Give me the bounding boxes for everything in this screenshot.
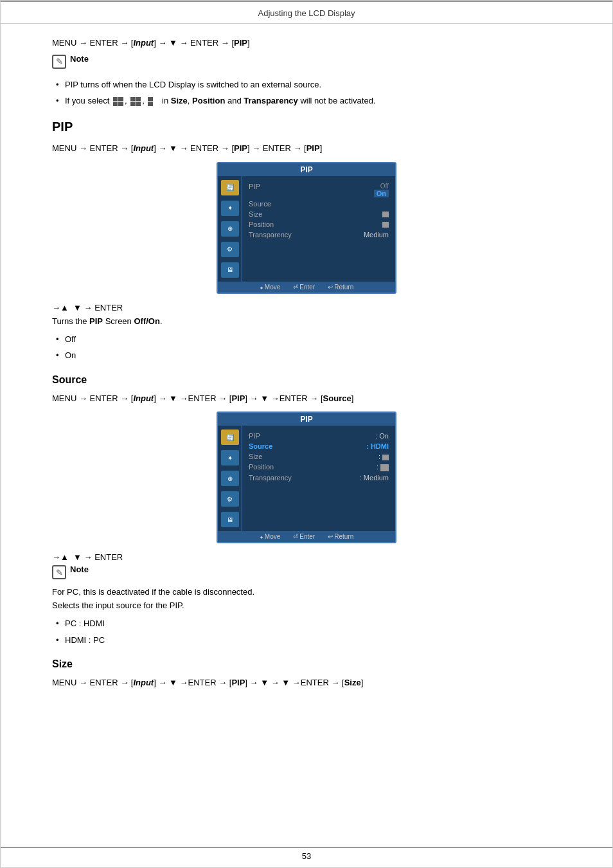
source-osd-icon-5: 🖥 xyxy=(221,512,239,527)
content-area: MENU → ENTER → [Input] → ▼ → ENTER → [PI… xyxy=(1,24,612,707)
source-osd-icon-4: ⚙ xyxy=(221,491,239,507)
list-item: HDMI : PC xyxy=(52,632,561,649)
source-osd-footer-enter: ⏎ Enter xyxy=(293,533,315,540)
source-osd-screen: PIP 🔄 ✦ ⊕ ⚙ 🖥 PIP : On xyxy=(217,411,396,543)
bottom-border xyxy=(1,847,612,848)
source-osd-row-source: Source : HDMI xyxy=(249,441,389,451)
note-label-text: Note xyxy=(70,54,89,64)
source-menu-path: MENU → ENTER → [Input] → ▼ →ENTER → [PIP… xyxy=(52,392,561,406)
note-icon xyxy=(52,55,66,69)
intro-menu-path: MENU → ENTER → [Input] → ▼ → ENTER → [PI… xyxy=(52,37,561,50)
source-osd-row-transparency: Transparency : Medium xyxy=(249,473,389,483)
list-item: PIP turns off when the LCD Display is sw… xyxy=(52,77,561,93)
source-bullet-list: PC : HDMI HDMI : PC xyxy=(52,615,561,648)
osd-main: PIP Off On Source Size xyxy=(242,176,395,282)
pip-nav-arrows: →▲ ▼ → ENTER xyxy=(52,303,561,312)
osd-icon-3: ⊕ xyxy=(221,221,239,237)
header-title: Adjusting the LCD Display xyxy=(258,8,355,18)
source-osd-footer-move: ⬥ Move xyxy=(260,533,280,540)
osd-icon-4: ⚙ xyxy=(221,242,239,257)
page-header: Adjusting the LCD Display xyxy=(1,2,612,24)
list-item: Off xyxy=(52,331,561,348)
source-osd-row-size: Size : xyxy=(249,451,389,462)
source-osd-sidebar: 🔄 ✦ ⊕ ⚙ 🖥 xyxy=(218,426,242,531)
grid-icon-3 xyxy=(148,97,158,106)
pip-menu-path: MENU → ENTER → [Input] → ▼ → ENTER → [PI… xyxy=(52,142,561,156)
source-osd-row-pip: PIP : On xyxy=(249,431,389,441)
source-osd-title: PIP xyxy=(218,413,395,426)
source-osd-main: PIP : On Source : HDMI Size : Positio xyxy=(242,426,395,531)
source-nav-arrows: →▲ ▼ → ENTER xyxy=(52,552,561,562)
page-footer: 53 xyxy=(1,851,612,861)
source-osd-row-position: Position : xyxy=(249,462,389,473)
source-osd-icon-1: 🔄 xyxy=(221,429,239,445)
osd-title: PIP xyxy=(218,163,395,176)
intro-note: Note xyxy=(52,54,561,69)
source-note-text1: For PC, this is deactivated if the cable… xyxy=(52,587,561,597)
osd-row-transparency: Transparency Medium xyxy=(249,230,389,240)
pip-osd-screen: PIP 🔄 ✦ ⊕ ⚙ 🖥 PIP Off xyxy=(217,162,396,294)
osd-icon-5: 🖥 xyxy=(221,262,239,278)
source-heading: Source xyxy=(52,374,561,386)
source-osd-footer: ⬥ Move ⏎ Enter ↩ Return xyxy=(218,531,395,542)
source-osd-icon-2: ✦ xyxy=(221,450,239,466)
osd-row-position: Position xyxy=(249,219,389,230)
source-note-text2: Selects the input source for the PIP. xyxy=(52,601,561,610)
list-item: PC : HDMI xyxy=(52,615,561,632)
source-screen-container: PIP 🔄 ✦ ⊕ ⚙ 🖥 PIP : On xyxy=(52,411,561,543)
size-menu-path: MENU → ENTER → [Input] → ▼ →ENTER → [PIP… xyxy=(52,676,561,690)
source-osd-body: 🔄 ✦ ⊕ ⚙ 🖥 PIP : On Source : HDMI xyxy=(218,426,395,531)
osd-footer: ⬥ Move ⏎ Enter ↩ Return xyxy=(218,282,395,293)
osd-row-source: Source xyxy=(249,199,389,209)
pip-heading: PIP xyxy=(52,120,561,134)
source-note-label: Note xyxy=(70,565,89,574)
osd-icon-1: 🔄 xyxy=(221,180,239,195)
osd-sidebar: 🔄 ✦ ⊕ ⚙ 🖥 xyxy=(218,176,242,282)
osd-footer-return: ↩ Return xyxy=(328,284,353,291)
pip-screen-container: PIP 🔄 ✦ ⊕ ⚙ 🖥 PIP Off xyxy=(52,162,561,294)
pip-description: Turns the PIP Screen Off/On. xyxy=(52,316,561,326)
grid-icon-1 xyxy=(113,97,123,106)
intro-bullet-list: PIP turns off when the LCD Display is sw… xyxy=(52,77,561,109)
osd-row-size: Size xyxy=(249,209,389,219)
osd-row-pip: PIP Off On xyxy=(249,181,389,199)
osd-body: 🔄 ✦ ⊕ ⚙ 🖥 PIP Off On xyxy=(218,176,395,282)
grid-icon-2 xyxy=(130,97,141,106)
osd-footer-enter: ⏎ Enter xyxy=(293,284,315,291)
list-item: On xyxy=(52,347,561,364)
list-item: If you select , , in Size, Position and … xyxy=(52,93,561,109)
source-note-icon xyxy=(52,565,66,579)
source-note: Note xyxy=(52,565,561,579)
osd-icon-2: ✦ xyxy=(221,201,239,216)
page-number: 53 xyxy=(302,851,311,861)
size-heading: Size xyxy=(52,658,561,670)
osd-footer-move: ⬥ Move xyxy=(260,284,280,291)
pip-bullet-list: Off On xyxy=(52,331,561,364)
source-osd-icon-3: ⊕ xyxy=(221,471,239,486)
source-osd-footer-return: ↩ Return xyxy=(328,533,353,540)
page-container: Adjusting the LCD Display MENU → ENTER →… xyxy=(0,0,613,868)
